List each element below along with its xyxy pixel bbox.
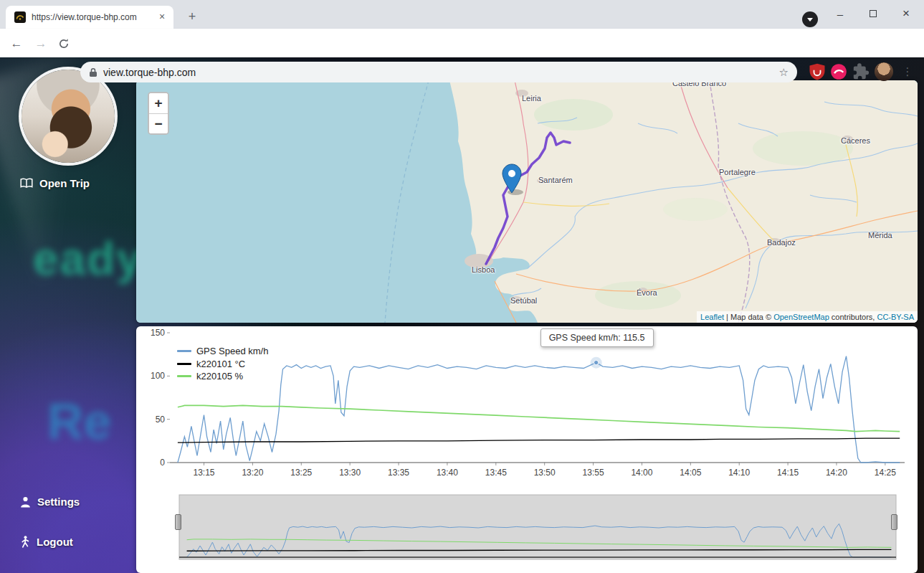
maximize-icon: [870, 10, 877, 17]
sidebar-item-label: Settings: [37, 496, 80, 508]
zoom-out-button[interactable]: −: [149, 113, 168, 133]
background-photo-text: eady: [33, 232, 143, 285]
y-tick-label: 100: [151, 371, 165, 381]
profile-avatar-small[interactable]: [875, 62, 893, 81]
x-tick-label: 13:30: [339, 468, 361, 478]
attribution-text: |: [724, 313, 730, 321]
map-zoom-control: + −: [148, 92, 169, 135]
attribution-text: contributors,: [829, 313, 877, 321]
zoom-in-button[interactable]: +: [149, 93, 168, 113]
window-maximize-button[interactable]: [857, 0, 890, 27]
x-tick-label: 13:25: [290, 468, 312, 478]
x-tick-label: 14:05: [680, 468, 701, 478]
browser-window: https://view.torque-bhp.com × + – × ← → …: [0, 0, 924, 573]
tab-title: https://view.torque-bhp.com: [32, 12, 156, 22]
sidebar-item-label: Logout: [37, 536, 73, 548]
browser-tab[interactable]: https://view.torque-bhp.com ×: [6, 6, 173, 29]
x-tick-label: 13:55: [583, 468, 604, 478]
y-tick-label: 0: [160, 458, 165, 468]
sidebar-item-logout[interactable]: Logout: [20, 536, 73, 548]
extensions-puzzle-icon[interactable]: [852, 63, 870, 80]
new-tab-button[interactable]: +: [184, 9, 201, 26]
chart-series-layer: [178, 356, 900, 463]
legend-row: k220101 °C: [177, 358, 268, 371]
y-tick-label: 150: [151, 328, 165, 338]
chevron-down-icon: [807, 18, 813, 22]
forward-button[interactable]: →: [32, 34, 50, 53]
series-line-2: [178, 405, 900, 431]
person-icon: [20, 496, 31, 508]
sidebar-item-label: Open Trip: [39, 177, 90, 189]
address-bar[interactable]: view.torque-bhp.com ☆: [80, 62, 797, 82]
bookmark-star-icon[interactable]: ☆: [779, 66, 789, 79]
attribution-text: Map data ©: [730, 313, 773, 321]
series-label: k220101 °C: [196, 359, 245, 369]
legend-row: GPS Speed km/h: [177, 345, 268, 358]
map-attribution: Leaflet | Map data © OpenStreetMap contr…: [697, 311, 918, 323]
tooltip-point: [594, 360, 598, 364]
window-minimize-button[interactable]: –: [824, 0, 857, 27]
walking-person-icon: [20, 536, 30, 548]
series-label: k220105 %: [196, 371, 243, 382]
range-selector-right-handle[interactable]: [891, 514, 897, 530]
leaflet-map[interactable]: LeiriaCastelo BrancoCáceresSantarémPorta…: [136, 80, 918, 323]
series-line-0: [178, 356, 900, 463]
series-swatch-k220105: [177, 375, 191, 377]
back-button[interactable]: ←: [7, 34, 26, 53]
browser-toolbar: ← → view.torque-bhp.com ☆: [0, 29, 924, 57]
map-canvas: [136, 80, 918, 323]
reload-icon: [58, 38, 70, 49]
series-line-1: [178, 438, 900, 442]
chart-tooltip: GPS Speed km/h: 115.5: [540, 328, 654, 347]
browser-menu-icon[interactable]: ⋮: [902, 63, 913, 80]
lock-icon: [89, 67, 97, 77]
pink-extension-icon[interactable]: [830, 63, 847, 80]
series-swatch-k220101: [177, 363, 191, 365]
background-photo-text: Re: [47, 393, 111, 450]
sidebar-item-open-trip[interactable]: Open Trip: [20, 177, 90, 189]
open-book-icon: [20, 178, 33, 189]
x-tick-label: 13:40: [437, 468, 458, 478]
page-content: eady Re Open Trip Settings Logout: [0, 57, 924, 573]
tab-strip: https://view.torque-bhp.com × + – ×: [0, 0, 924, 29]
torque-favicon-icon: [14, 11, 26, 23]
x-tick-label: 13:15: [194, 468, 215, 478]
x-tick-label: 14:10: [728, 468, 750, 478]
user-avatar[interactable]: [22, 70, 115, 163]
chart-legend: GPS Speed km/h k220101 °C k220105 %: [177, 345, 268, 383]
x-tick-label: 14:25: [875, 468, 896, 478]
legend-row: k220105 %: [177, 370, 268, 383]
series-label: GPS Speed km/h: [196, 346, 268, 356]
ublock-extension-icon[interactable]: [809, 63, 826, 80]
tab-search-button[interactable]: [802, 11, 818, 27]
x-tick-label: 13:35: [388, 468, 409, 478]
x-tick-label: 14:00: [631, 468, 652, 478]
x-tick-label: 14:15: [777, 468, 799, 478]
range-selector-left-handle[interactable]: [175, 514, 181, 530]
chart-panel: 13:1513:2013:2513:3013:3513:4013:4513:50…: [136, 326, 918, 573]
x-tick-label: 14:20: [826, 468, 847, 478]
x-tick-label: 13:45: [485, 468, 507, 478]
url-text[interactable]: view.torque-bhp.com: [103, 67, 779, 78]
window-close-button[interactable]: ×: [890, 0, 923, 27]
series-swatch-gps-speed: [177, 350, 191, 352]
sidebar-item-settings[interactable]: Settings: [20, 496, 80, 508]
leaflet-link[interactable]: Leaflet: [700, 313, 724, 321]
x-tick-label: 13:20: [242, 468, 263, 478]
reload-button[interactable]: [54, 34, 73, 53]
license-link[interactable]: CC-BY-SA: [877, 313, 914, 321]
x-tick-label: 13:50: [534, 468, 556, 478]
openstreetmap-link[interactable]: OpenStreetMap: [773, 313, 829, 321]
tab-close-icon[interactable]: ×: [156, 11, 168, 23]
y-tick-label: 50: [156, 415, 166, 425]
